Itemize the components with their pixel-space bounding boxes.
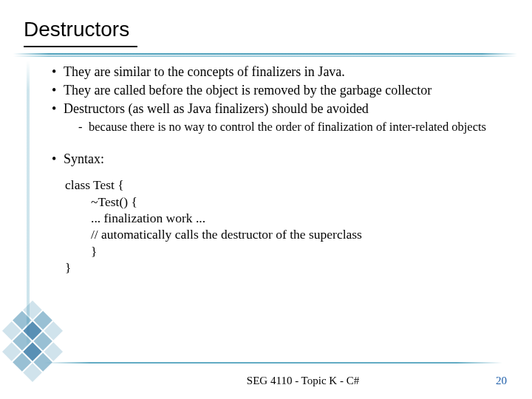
bullet-text: They are similar to the concepts of fina… xyxy=(64,64,345,79)
code-line: ... finalization work ... xyxy=(91,211,205,225)
bullet-text: They are called before the object is rem… xyxy=(64,83,432,98)
code-line: // automatically calls the destructor of… xyxy=(91,227,362,242)
page-number: 20 xyxy=(496,375,507,387)
bullet-item: Syntax: xyxy=(52,151,504,168)
footer-text: SEG 4110 - Topic K - C# xyxy=(0,375,532,387)
code-line: ~Test() { xyxy=(91,194,137,209)
bullet-item: They are similar to the concepts of fina… xyxy=(52,64,504,81)
slide: Destructors They are similar to the conc… xyxy=(0,0,532,399)
title-underline xyxy=(24,46,137,47)
bullet-text: Syntax: xyxy=(64,151,104,166)
bullet-item: They are called before the object is rem… xyxy=(52,82,504,99)
slide-body: They are similar to the concepts of fina… xyxy=(52,64,504,276)
bullet-text: Destructors (as well as Java finalizers)… xyxy=(64,101,369,116)
slide-title: Destructors xyxy=(24,18,129,41)
code-line: } xyxy=(65,260,71,275)
sub-bullet-text: because there is no way to control the o… xyxy=(89,120,486,134)
bullet-item: Destructors (as well as Java finalizers)… xyxy=(52,100,504,134)
sub-bullet-item: because there is no way to control the o… xyxy=(78,119,504,134)
code-line: class Test { xyxy=(65,177,124,192)
code-block: class Test { ~Test() { ... finalization … xyxy=(65,177,504,276)
accent-line-top xyxy=(13,53,517,58)
accent-line-bottom xyxy=(44,362,502,364)
code-line: } xyxy=(91,244,97,259)
